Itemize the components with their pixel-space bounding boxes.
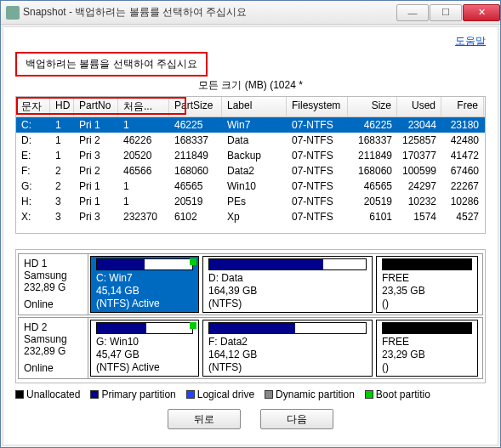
table-row[interactable]: H:3Pri 1120519PEs07-NTFS205191023210286 xyxy=(16,194,485,209)
partition-container: C: Win745,14 GB(NTFS) ActiveD: Data164,3… xyxy=(88,254,482,315)
legend-label: Primary partition xyxy=(101,388,175,400)
cell-c6: 07-NTFS xyxy=(287,210,348,224)
partition-box[interactable]: D: Data164,39 GB(NTFS) xyxy=(202,256,373,313)
cell-c0: H: xyxy=(16,195,50,208)
cell-c9: 10286 xyxy=(441,195,484,208)
table-row[interactable]: X:3Pri 32323706102Xp07-NTFS610115744527 xyxy=(16,209,485,224)
col-partsize[interactable]: PartSize xyxy=(169,97,222,116)
cell-c5: Win7 xyxy=(222,118,287,132)
col-filesystem[interactable]: Filesystem xyxy=(287,97,348,116)
col-size[interactable]: Size xyxy=(348,97,397,116)
minimize-button[interactable]: — xyxy=(396,4,429,21)
cell-c3: 1 xyxy=(118,118,169,132)
partition-label: 164,39 GB xyxy=(208,285,367,298)
cell-c9: 23180 xyxy=(441,118,484,132)
partition-label: G: Win10 xyxy=(96,336,193,349)
legend-label: Unallocated xyxy=(26,388,80,400)
partition-label: (NTFS) Active xyxy=(96,298,193,310)
col-letter[interactable]: 문자 xyxy=(16,97,50,116)
cell-c4: 46565 xyxy=(169,179,222,193)
legend-swatch xyxy=(186,390,195,399)
legend-swatch xyxy=(15,390,24,399)
partition-label: (NTFS) Active xyxy=(96,361,193,374)
table-row[interactable]: F:2Pri 246566168060Data207-NTFS168060100… xyxy=(16,163,485,179)
cell-c1: 1 xyxy=(50,149,74,162)
cell-c6: 07-NTFS xyxy=(287,179,348,193)
cell-c3: 232370 xyxy=(118,210,169,224)
cell-c9: 42480 xyxy=(441,133,484,147)
legend-item: Boot partitio xyxy=(365,388,430,400)
next-button[interactable]: 다음 xyxy=(260,409,333,429)
partition-label: () xyxy=(382,298,472,310)
partition-box[interactable]: C: Win745,14 GB(NTFS) Active xyxy=(90,256,199,313)
partition-label: C: Win7 xyxy=(96,272,193,285)
cell-c8: 170377 xyxy=(397,149,441,162)
partition-box[interactable]: G: Win1045,47 GB(NTFS) Active xyxy=(90,320,199,377)
help-link[interactable]: 도움말 xyxy=(455,35,486,47)
disk-info: HD 1Samsung232,89 GOnline xyxy=(19,254,88,315)
partition-box[interactable]: FREE23,35 GB() xyxy=(376,256,478,313)
window-buttons: — ☐ ✕ xyxy=(396,4,500,21)
col-hd[interactable]: HD xyxy=(50,97,74,116)
cell-c4: 211849 xyxy=(169,149,222,162)
cell-c7: 46565 xyxy=(348,179,397,193)
partition-label: 45,47 GB xyxy=(96,349,193,361)
cell-c7: 46225 xyxy=(348,118,397,132)
col-start[interactable]: 처음... xyxy=(118,97,169,116)
cell-c2: Pri 3 xyxy=(74,149,118,162)
cell-c0: X: xyxy=(16,210,50,224)
table-header: 문자 HD PartNo 처음... PartSize Label Filesy… xyxy=(16,97,485,117)
cell-c7: 211849 xyxy=(348,149,397,162)
back-button[interactable]: 뒤로 xyxy=(168,409,241,429)
partition-box[interactable]: F: Data2164,12 GB(NTFS) xyxy=(202,320,373,377)
cell-c1: 3 xyxy=(50,210,74,224)
cell-c1: 2 xyxy=(50,164,74,178)
cell-c2: Pri 2 xyxy=(74,133,118,147)
snapshot-window: Snapshot - 백업하려는 볼륨를 선택하여 주십시요 — ☐ ✕ 도움말… xyxy=(0,0,501,448)
window-title: Snapshot - 백업하려는 볼륨를 선택하여 주십시요 xyxy=(23,5,396,20)
cell-c3: 1 xyxy=(118,179,169,193)
partition-label: 45,14 GB xyxy=(96,285,193,298)
cell-c1: 1 xyxy=(50,133,74,147)
cell-c2: Pri 1 xyxy=(74,195,118,208)
col-partno[interactable]: PartNo xyxy=(74,97,118,116)
legend-item: Dynamic partition xyxy=(265,388,355,400)
col-free[interactable]: Free xyxy=(441,97,484,116)
titlebar[interactable]: Snapshot - 백업하려는 볼륨를 선택하여 주십시요 — ☐ ✕ xyxy=(1,1,500,25)
partition-container: G: Win1045,47 GB(NTFS) ActiveF: Data2164… xyxy=(88,318,482,378)
disk-map: HD 1Samsung232,89 GOnlineC: Win745,14 GB… xyxy=(15,249,486,383)
usage-bar xyxy=(96,322,193,334)
close-button[interactable]: ✕ xyxy=(463,4,500,21)
boot-marker-icon xyxy=(190,258,196,265)
legend-item: Primary partition xyxy=(90,388,175,400)
legend-label: Logical drive xyxy=(197,388,254,400)
legend-swatch xyxy=(90,390,99,399)
legend-label: Dynamic partition xyxy=(276,388,355,400)
table-row[interactable]: G:2Pri 1146565Win1007-NTFS46565242972226… xyxy=(16,179,485,194)
cell-c4: 168337 xyxy=(169,133,222,147)
usage-bar xyxy=(96,258,193,270)
cell-c5: Xp xyxy=(222,210,287,224)
cell-c5: Win10 xyxy=(222,179,287,193)
col-used[interactable]: Used xyxy=(397,97,441,116)
usage-bar xyxy=(208,258,367,270)
legend-item: Unallocated xyxy=(15,388,80,400)
instruction-text: 백업하려는 볼륨을 선택하여 주십시요 xyxy=(15,52,208,77)
cell-c8: 10232 xyxy=(397,195,441,208)
maximize-button[interactable]: ☐ xyxy=(430,4,462,21)
cell-c8: 23044 xyxy=(397,118,441,132)
table-row[interactable]: D:1Pri 246226168337Data07-NTFS1683371258… xyxy=(16,133,485,148)
cell-c1: 1 xyxy=(50,118,74,132)
content-area: 도움말 백업하려는 볼륨을 선택하여 주십시요 모든 크기 (MB) (1024… xyxy=(3,26,498,445)
cell-c6: 07-NTFS xyxy=(287,149,348,162)
cell-c3: 1 xyxy=(118,195,169,208)
cell-c9: 67460 xyxy=(441,164,484,178)
table-row[interactable]: C:1Pri 1146225Win707-NTFS462252304423180 xyxy=(16,117,485,133)
cell-c5: PEs xyxy=(222,195,287,208)
usage-bar xyxy=(208,322,367,334)
cell-c2: Pri 3 xyxy=(74,210,118,224)
partition-box[interactable]: FREE23,29 GB() xyxy=(376,320,478,377)
col-label[interactable]: Label xyxy=(222,97,287,116)
table-row[interactable]: E:1Pri 320520211849Backup07-NTFS21184917… xyxy=(16,148,485,163)
volume-table[interactable]: 문자 HD PartNo 처음... PartSize Label Filesy… xyxy=(15,96,486,234)
